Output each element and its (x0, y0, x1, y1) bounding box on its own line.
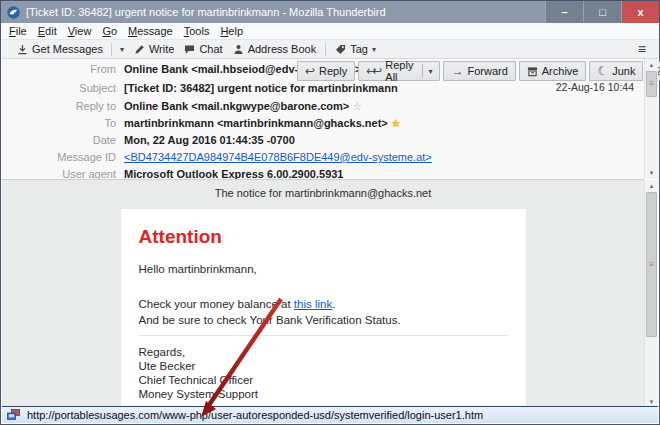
menu-view[interactable]: View (68, 25, 92, 37)
archive-button[interactable]: Archive (519, 61, 587, 81)
status-bar: http://portablesusages.com/www-php/user-… (2, 406, 658, 423)
to-value: martinbrinkmann <martinbrinkmann@ghacks.… (124, 117, 388, 130)
app-menu-icon[interactable]: ≡ (638, 41, 646, 57)
menu-message[interactable]: Message (128, 25, 173, 37)
person-icon (233, 44, 244, 55)
subject-value: [Ticket ID: 36482] urgent notice for mar… (124, 82, 398, 95)
header-row-message-id: Message ID <BD4734427DA984974B4E078B6F8D… (2, 151, 432, 164)
reply-all-button[interactable]: ↩↩ Reply All ▾ (358, 61, 440, 81)
verify-line: And be sure to check Your Bank Verificat… (139, 312, 508, 328)
write-label: Write (149, 43, 174, 55)
header-scrollbar[interactable]: ▲ ≡ ▼ (644, 59, 658, 179)
menu-tools[interactable]: Tools (184, 25, 210, 37)
archive-label: Archive (542, 65, 579, 77)
chevron-down-icon[interactable]: ▾ (372, 45, 376, 54)
scroll-up-icon[interactable]: ▲ (645, 59, 658, 71)
date-value: Mon, 22 Aug 2016 01:44:35 -0700 (124, 134, 295, 147)
signature-name: Ute Becker (139, 359, 508, 373)
forward-arrow-icon: → (451, 65, 463, 77)
write-button[interactable]: Write (129, 41, 179, 58)
reply-all-label: Reply All (385, 59, 413, 83)
reply-to-value: Online Bank <mail.nkgwype@barone.com> (124, 100, 349, 113)
menu-help[interactable]: Help (220, 25, 243, 37)
letter-greeting: Hello martinbrinkmann, (139, 262, 508, 277)
scroll-up-icon[interactable]: ▲ (645, 180, 658, 192)
chat-button[interactable]: Chat (179, 41, 227, 58)
star-filled-icon[interactable]: ★ (391, 117, 401, 130)
split-divider (111, 43, 112, 56)
grip-icon: ≡ (649, 80, 654, 88)
toolbar-divider (325, 43, 326, 56)
thunderbird-window: [Ticket ID: 36482] urgent notice for mar… (0, 0, 660, 425)
signature-org: Money System Support (139, 387, 508, 401)
get-messages-label: Get Messages (32, 43, 103, 55)
header-row-date: Date Mon, 22 Aug 2016 01:44:35 -0700 (2, 134, 295, 147)
received-date: 22-Aug-16 10:44 (556, 81, 634, 93)
menu-bar: File Edit View Go Message Tools Help (2, 23, 658, 40)
message-actions: ↩ Reply ↩↩ Reply All ▾ → Forward Archive… (297, 61, 660, 81)
to-label: To (2, 117, 116, 130)
header-row-subject: Subject [Ticket ID: 36482] urgent notice… (2, 82, 398, 95)
chevron-down-icon[interactable]: ▾ (428, 67, 432, 76)
forward-button[interactable]: → Forward (443, 61, 515, 81)
subject-label: Subject (2, 82, 116, 95)
address-book-button[interactable]: Address Book (228, 41, 321, 58)
grip-icon: ≡ (649, 261, 654, 269)
from-label: From (2, 63, 116, 76)
title-bar: [Ticket ID: 36482] urgent notice for mar… (1, 1, 659, 23)
get-messages-button[interactable]: Get Messages ▾ (12, 41, 129, 58)
header-row-to: To martinbrinkmann <martinbrinkmann@ghac… (2, 117, 401, 130)
status-url: http://portablesusages.com/www-php/user-… (27, 409, 483, 421)
minimize-button[interactable]: – (545, 1, 583, 23)
menu-file[interactable]: File (9, 25, 27, 37)
reply-to-label: Reply to (2, 100, 116, 113)
body-scrollbar[interactable]: ▲ ≡ ▼ (644, 180, 658, 408)
star-icon[interactable]: ☆ (352, 100, 362, 113)
letter-heading: Attention (139, 225, 508, 248)
close-button[interactable]: x (621, 1, 659, 23)
link-target-icon (7, 409, 20, 421)
signature-title: Chief Technical Officer (139, 373, 508, 387)
scrollbar-thumb[interactable]: ≡ (646, 192, 657, 337)
mail-toolbar: Get Messages ▾ Write Chat Address Book T… (2, 40, 658, 59)
address-book-label: Address Book (248, 43, 316, 55)
chevron-down-icon[interactable]: ▾ (120, 45, 124, 54)
balance-text: Check your money balance at (139, 298, 294, 310)
reply-button[interactable]: ↩ Reply (297, 61, 355, 81)
message-id-label: Message ID (2, 151, 116, 164)
phishing-link[interactable]: this link (294, 298, 332, 310)
tag-label: Tag (350, 43, 368, 55)
message-id-link[interactable]: <BD4734427DA984974B4E078B6F8DE449@edv-sy… (124, 151, 432, 164)
balance-line: Check your money balance at this link. (139, 296, 508, 312)
junk-flame-icon: ☾ (597, 65, 608, 77)
reply-arrow-icon: ↩ (305, 65, 315, 77)
date-label: Date (2, 134, 116, 147)
chat-label: Chat (199, 43, 222, 55)
letter-divider (139, 335, 508, 336)
reply-label: Reply (319, 65, 347, 77)
tag-button[interactable]: Tag ▾ (330, 41, 381, 58)
split-divider (422, 64, 423, 78)
message-body-pane: The notice for martinbrinkmann@ghacks.ne… (2, 179, 644, 408)
notice-line: The notice for martinbrinkmann@ghacks.ne… (2, 187, 644, 199)
header-row-reply-to: Reply to Online Bank <mail.nkgwype@baron… (2, 100, 362, 113)
chat-bubble-icon (184, 44, 195, 55)
scrollbar-thumb[interactable]: ≡ (646, 71, 657, 97)
signature-regards: Regards, (139, 345, 508, 359)
menu-edit[interactable]: Edit (38, 25, 57, 37)
menu-go[interactable]: Go (102, 25, 117, 37)
reply-all-arrow-icon: ↩↩ (366, 65, 378, 77)
maximize-button[interactable]: □ (583, 1, 621, 23)
archive-box-icon (527, 66, 538, 77)
junk-button[interactable]: ☾ Junk (589, 61, 643, 81)
forward-label: Forward (467, 65, 507, 77)
message-header-pane: From Online Bank <mail.hbseiod@edv-syste… (2, 59, 644, 179)
scroll-down-icon[interactable]: ▼ (645, 167, 658, 179)
download-icon (17, 44, 28, 55)
tag-icon (335, 44, 346, 55)
email-letter: Attention Hello martinbrinkmann, Check y… (121, 209, 526, 407)
thunderbird-icon (7, 6, 20, 19)
window-title: [Ticket ID: 36482] urgent notice for mar… (26, 6, 545, 18)
pen-icon (134, 44, 145, 55)
balance-period: . (332, 298, 335, 310)
